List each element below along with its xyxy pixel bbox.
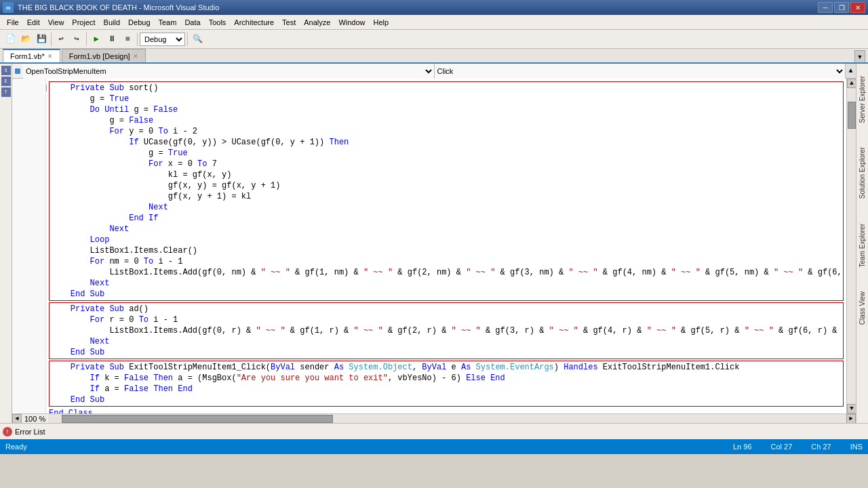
tb-sep3 bbox=[137, 33, 138, 46]
menu-project[interactable]: Project bbox=[68, 17, 99, 28]
error-list-label[interactable]: Error List bbox=[15, 428, 45, 436]
code-line: End Sub bbox=[51, 394, 842, 405]
code-block-exit: Private Sub ExitToolStripMenuItem1_Click… bbox=[49, 361, 844, 407]
tab-form1vb-design[interactable]: Form1.vb [Design] ✕ bbox=[62, 49, 146, 62]
code-line: gf(x, y + 1) = kl bbox=[51, 191, 842, 202]
code-line: End Sub bbox=[51, 347, 842, 358]
right-tab-class-view[interactable]: Class View bbox=[857, 286, 867, 330]
debug-dropdown[interactable]: Debug Release bbox=[140, 33, 185, 46]
right-side-tabs: Server Explorer Solution Explorer Team E… bbox=[856, 64, 868, 423]
tb-pause[interactable]: ⏸ bbox=[104, 32, 119, 47]
status-ln: Ln 96 bbox=[733, 443, 752, 451]
close-button[interactable]: ✕ bbox=[850, 2, 865, 13]
code-line: g = False bbox=[51, 115, 842, 126]
code-block-sort: − Private Sub sort() g = True Do Until g… bbox=[49, 81, 844, 301]
code-line: If k = False Then a = (MsgBox("Are you s… bbox=[51, 373, 842, 384]
vscroll-track[interactable] bbox=[847, 88, 856, 404]
status-ch: Ch 27 bbox=[811, 443, 831, 451]
tab-form1vb-close[interactable]: ✕ bbox=[47, 53, 53, 60]
code-line: Next bbox=[51, 336, 842, 347]
code-line: Private Sub ad() bbox=[51, 304, 842, 314]
horizontal-scrollbar: ◄ 100 % ► bbox=[12, 413, 856, 423]
hscroll-left[interactable]: ◄ bbox=[12, 414, 22, 424]
sidebar-icon-3[interactable]: T bbox=[1, 87, 11, 97]
tb-sep2 bbox=[86, 33, 87, 46]
right-tab-server-explorer[interactable]: Server Explorer bbox=[857, 70, 867, 128]
tb-save[interactable]: 💾 bbox=[34, 32, 49, 47]
menu-build[interactable]: Build bbox=[100, 17, 124, 28]
status-ready: Ready bbox=[5, 443, 27, 451]
code-line: End Sub bbox=[51, 289, 842, 300]
statusbar: Ready Ln 96 Col 27 Ch 27 INS bbox=[0, 439, 868, 454]
error-list-icon: ! bbox=[3, 427, 12, 436]
tb-search[interactable]: 🔍 bbox=[190, 32, 205, 47]
menu-data[interactable]: Data bbox=[180, 17, 204, 28]
maximize-button[interactable]: ❐ bbox=[834, 2, 849, 13]
right-tab-team-explorer[interactable]: Team Explorer bbox=[857, 218, 867, 272]
code-line: For y = 0 To i - 2 bbox=[51, 126, 842, 137]
menu-file[interactable]: File bbox=[3, 17, 23, 28]
menu-view[interactable]: View bbox=[44, 17, 68, 28]
right-tab-solution-explorer[interactable]: Solution Explorer bbox=[857, 142, 867, 204]
menu-team[interactable]: Team bbox=[155, 17, 181, 28]
tb-stop[interactable]: ■ bbox=[120, 32, 135, 47]
titlebar: ∞ THE BIG BLACK BOOK OF DEATH - Microsof… bbox=[0, 0, 868, 15]
tab-form1vb-design-label: Form1.vb [Design] bbox=[69, 52, 130, 60]
vscroll-up[interactable]: ▲ bbox=[847, 79, 856, 88]
code-line: Private Sub ExitToolStripMenuItem1_Click… bbox=[51, 362, 842, 373]
editor-dropdowns: OpenToolStripMenuItem Click ▲ bbox=[12, 64, 856, 79]
code-line: For r = 0 To i - 1 bbox=[51, 314, 842, 325]
menu-tools[interactable]: Tools bbox=[205, 17, 231, 28]
code-text-area[interactable]: − Private Sub sort() g = True Do Until g… bbox=[46, 79, 846, 413]
status-col: Col 27 bbox=[771, 443, 793, 451]
vscroll-thumb[interactable] bbox=[848, 102, 856, 129]
code-line: If UCase(gf(0, y)) > UCase(gf(0, y + 1))… bbox=[51, 137, 842, 148]
line-gutter bbox=[12, 79, 46, 413]
hscroll-track[interactable] bbox=[48, 414, 846, 424]
sidebar-icon-2[interactable]: E bbox=[1, 77, 11, 86]
vscroll-down[interactable]: ▼ bbox=[847, 404, 856, 413]
app-icon: ∞ bbox=[3, 2, 14, 13]
hscroll-right[interactable]: ► bbox=[846, 414, 856, 424]
tab-dropdown[interactable]: ▼ bbox=[854, 50, 865, 62]
collapse-sort[interactable]: − bbox=[46, 85, 47, 92]
menu-debug[interactable]: Debug bbox=[124, 17, 154, 28]
code-block-ad: Private Sub ad() For r = 0 To i - 1 List… bbox=[49, 302, 844, 359]
menu-window[interactable]: Window bbox=[334, 17, 369, 28]
sidebar-icon-1[interactable]: S bbox=[1, 66, 11, 75]
code-line: Next bbox=[51, 224, 842, 235]
method-dropdown[interactable]: Click bbox=[435, 64, 846, 79]
code-line: Next bbox=[51, 202, 842, 213]
tb-open[interactable]: 📂 bbox=[18, 32, 33, 47]
editor-panel: OpenToolStripMenuItem Click ▲ − Priv bbox=[12, 64, 856, 423]
code-line: Do Until g = False bbox=[51, 104, 842, 115]
minimize-button[interactable]: ─ bbox=[818, 2, 833, 13]
hscroll-thumb[interactable] bbox=[62, 415, 333, 423]
menu-help[interactable]: Help bbox=[370, 17, 393, 28]
tb-undo[interactable]: ↩ bbox=[54, 32, 68, 47]
code-line: ListBox1.Items.Add(gf(0, r) & " ~~ " & g… bbox=[51, 325, 842, 336]
code-line: If a = False Then End bbox=[51, 384, 842, 394]
menu-test[interactable]: Test bbox=[278, 17, 300, 28]
tab-form1vb-design-close[interactable]: ✕ bbox=[133, 53, 138, 60]
tb-redo[interactable]: ↪ bbox=[69, 32, 84, 47]
tb-newproject[interactable]: 📄 bbox=[3, 32, 18, 47]
tab-form1vb[interactable]: Form1.vb* ✕ bbox=[3, 49, 60, 62]
object-dropdown[interactable]: OpenToolStripMenuItem bbox=[23, 64, 435, 79]
window-title: THE BIG BLACK BOOK OF DEATH - Microsoft … bbox=[18, 3, 818, 12]
menu-edit[interactable]: Edit bbox=[23, 17, 44, 28]
menu-architecture[interactable]: Architecture bbox=[230, 17, 278, 28]
dropdown-scroll-up[interactable]: ▲ bbox=[845, 64, 856, 78]
code-line: ListBox1.Items.Clear() bbox=[51, 245, 842, 256]
code-line-endclass: End Class bbox=[49, 408, 844, 413]
code-line: Loop bbox=[51, 235, 842, 245]
window-controls: ─ ❐ ✕ bbox=[818, 2, 865, 13]
tabbar: Form1.vb* ✕ Form1.vb [Design] ✕ ▼ bbox=[0, 49, 868, 64]
vertical-scrollbar[interactable]: ▲ ▼ bbox=[846, 79, 856, 413]
code-line: ListBox1.Items.Add(gf(0, nm) & " ~~ " & … bbox=[51, 267, 842, 278]
menu-analyze[interactable]: Analyze bbox=[300, 17, 334, 28]
tb-start[interactable]: ▶ bbox=[89, 32, 104, 47]
dropdown-left-icon bbox=[12, 64, 23, 79]
menubar: File Edit View Project Build Debug Team … bbox=[0, 15, 868, 30]
bottom-panel: ! Error List bbox=[0, 423, 868, 439]
